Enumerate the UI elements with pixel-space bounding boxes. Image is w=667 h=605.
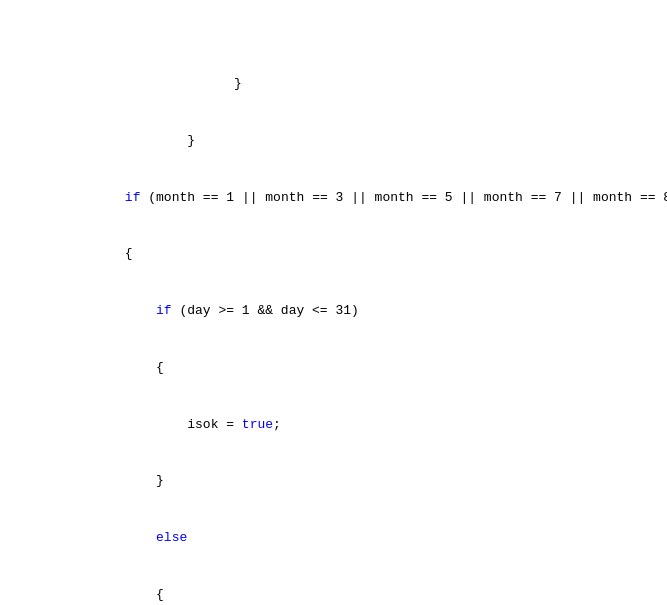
- code-line-isok-true1: isok = true;: [0, 416, 667, 435]
- code-line-if-day31: if (day >= 1 && day <= 31): [0, 302, 667, 321]
- code-content: } } if (month == 1 || month == 3 || mont…: [0, 0, 667, 605]
- code-line: }: [0, 132, 667, 151]
- code-line: {: [0, 586, 667, 605]
- code-line: }: [0, 75, 667, 94]
- code-line-if-month31: if (month == 1 || month == 3 || month ==…: [0, 189, 667, 208]
- code-line: }: [0, 472, 667, 491]
- code-line-else1: else: [0, 529, 667, 548]
- code-line: {: [0, 359, 667, 378]
- code-line: {: [0, 245, 667, 264]
- code-editor: } } if (month == 1 || month == 3 || mont…: [0, 0, 667, 605]
